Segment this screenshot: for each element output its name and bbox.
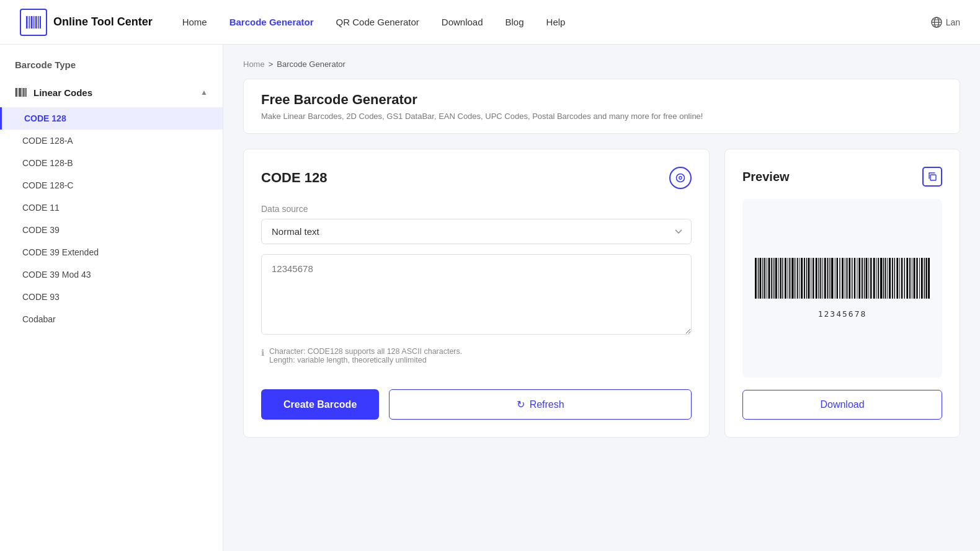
language-label: Lan bbox=[946, 17, 960, 27]
breadcrumb-home[interactable]: Home bbox=[243, 60, 265, 69]
breadcrumb-separator: > bbox=[269, 60, 274, 69]
svg-rect-27 bbox=[768, 258, 770, 299]
svg-rect-41 bbox=[801, 258, 803, 299]
svg-rect-29 bbox=[773, 258, 774, 299]
hint-text: Character: CODE128 supports all 128 ASCI… bbox=[269, 347, 462, 364]
svg-rect-81 bbox=[896, 258, 898, 299]
svg-rect-36 bbox=[789, 258, 790, 299]
svg-rect-0 bbox=[26, 16, 28, 29]
svg-rect-5 bbox=[38, 16, 39, 29]
svg-rect-13 bbox=[18, 88, 19, 97]
svg-rect-39 bbox=[797, 258, 798, 299]
barcode-icon bbox=[15, 86, 27, 99]
svg-rect-78 bbox=[889, 258, 891, 299]
svg-rect-89 bbox=[916, 258, 917, 299]
chevron-up-icon: ▲ bbox=[200, 88, 208, 97]
barcode-input-wrapper bbox=[261, 254, 692, 347]
data-source-select[interactable]: Normal text Hex encoded data Base64 enco… bbox=[261, 219, 692, 244]
svg-rect-15 bbox=[22, 88, 22, 97]
svg-rect-82 bbox=[899, 258, 900, 299]
svg-rect-87 bbox=[912, 258, 912, 299]
svg-rect-50 bbox=[822, 258, 823, 299]
sidebar-item-code39ext[interactable]: CODE 39 Extended bbox=[0, 241, 223, 263]
download-button[interactable]: Download bbox=[742, 390, 942, 420]
linear-codes-section[interactable]: Linear Codes ▲ bbox=[0, 80, 223, 105]
nav-download[interactable]: Download bbox=[442, 17, 483, 27]
svg-rect-54 bbox=[831, 258, 833, 299]
svg-rect-38 bbox=[795, 258, 795, 299]
svg-rect-57 bbox=[839, 258, 840, 299]
svg-rect-48 bbox=[818, 258, 819, 299]
svg-rect-66 bbox=[862, 258, 863, 299]
sidebar-item-code11[interactable]: CODE 11 bbox=[0, 196, 223, 219]
svg-rect-26 bbox=[767, 258, 767, 299]
create-barcode-button[interactable]: Create Barcode bbox=[261, 389, 379, 420]
logo[interactable]: Online Tool Center bbox=[20, 9, 153, 36]
sidebar-item-code39[interactable]: CODE 39 bbox=[0, 219, 223, 241]
form-hint: ℹ Character: CODE128 supports all 128 AS… bbox=[261, 347, 692, 372]
refresh-button[interactable]: ↻ Refresh bbox=[389, 389, 692, 420]
svg-rect-34 bbox=[785, 258, 786, 299]
svg-rect-63 bbox=[854, 258, 855, 299]
svg-rect-3 bbox=[33, 16, 35, 29]
svg-rect-65 bbox=[858, 258, 860, 299]
sidebar-item-code128[interactable]: CODE 128 bbox=[0, 107, 223, 130]
copy-button[interactable] bbox=[922, 167, 942, 187]
form-buttons: Create Barcode ↻ Refresh bbox=[261, 389, 692, 420]
form-card-header: CODE 128 bbox=[261, 167, 692, 189]
settings-icon bbox=[675, 172, 686, 183]
svg-rect-17 bbox=[25, 88, 27, 97]
header: Online Tool Center Home Barcode Generato… bbox=[0, 0, 980, 45]
svg-rect-62 bbox=[852, 258, 852, 299]
svg-rect-23 bbox=[760, 258, 762, 299]
main-nav: Home Barcode Generator QR Code Generator… bbox=[182, 17, 931, 27]
sidebar-item-code128c[interactable]: CODE 128-C bbox=[0, 174, 223, 196]
svg-rect-42 bbox=[804, 258, 805, 299]
nav-blog[interactable]: Blog bbox=[506, 17, 524, 27]
nav-help[interactable]: Help bbox=[546, 17, 566, 27]
svg-rect-2 bbox=[31, 16, 33, 29]
svg-rect-56 bbox=[837, 258, 838, 299]
sidebar-title: Barcode Type bbox=[0, 60, 223, 80]
nav-barcode-generator[interactable]: Barcode Generator bbox=[229, 17, 314, 27]
sidebar-item-code128a[interactable]: CODE 128-A bbox=[0, 130, 223, 152]
barcode-value-label: 12345678 bbox=[818, 309, 867, 319]
sidebar-item-code128b[interactable]: CODE 128-B bbox=[0, 152, 223, 174]
form-title: CODE 128 bbox=[261, 170, 327, 186]
svg-rect-44 bbox=[808, 258, 810, 299]
svg-rect-75 bbox=[883, 258, 884, 299]
svg-rect-4 bbox=[35, 16, 37, 29]
page-description: Make Linear Barcodes, 2D Codes, GS1 Data… bbox=[261, 112, 942, 121]
svg-rect-49 bbox=[820, 258, 821, 299]
form-card: CODE 128 Data source Normal text Hex enc… bbox=[243, 149, 710, 438]
data-source-label: Data source bbox=[261, 204, 692, 214]
breadcrumb: Home > Barcode Generator bbox=[243, 60, 960, 69]
svg-rect-55 bbox=[835, 258, 835, 299]
sidebar-item-code93[interactable]: CODE 93 bbox=[0, 286, 223, 308]
nav-home[interactable]: Home bbox=[182, 17, 207, 27]
svg-point-19 bbox=[679, 177, 682, 179]
svg-rect-53 bbox=[829, 258, 830, 299]
svg-rect-71 bbox=[873, 258, 875, 299]
sidebar-item-code39mod43[interactable]: CODE 39 Mod 43 bbox=[0, 263, 223, 286]
linear-codes-label: Linear Codes bbox=[33, 87, 92, 98]
svg-rect-86 bbox=[909, 258, 911, 299]
barcode-input[interactable] bbox=[261, 254, 692, 335]
settings-button[interactable] bbox=[669, 167, 692, 189]
svg-rect-40 bbox=[799, 258, 800, 299]
svg-rect-37 bbox=[791, 258, 793, 299]
svg-rect-61 bbox=[849, 258, 850, 299]
svg-rect-64 bbox=[857, 258, 857, 299]
language-selector[interactable]: Lan bbox=[931, 17, 960, 28]
main-content: Home > Barcode Generator Free Barcode Ge… bbox=[223, 45, 980, 551]
page-header: Free Barcode Generator Make Linear Barco… bbox=[243, 79, 960, 134]
svg-rect-67 bbox=[864, 258, 865, 299]
preview-card: Preview bbox=[724, 149, 960, 438]
svg-rect-22 bbox=[758, 258, 759, 299]
svg-rect-70 bbox=[870, 258, 871, 299]
svg-rect-14 bbox=[19, 88, 21, 97]
nav-qr-code-generator[interactable]: QR Code Generator bbox=[336, 17, 419, 27]
preview-title: Preview bbox=[742, 170, 790, 184]
barcode-image bbox=[755, 258, 930, 304]
sidebar-item-codabar[interactable]: Codabar bbox=[0, 308, 223, 330]
